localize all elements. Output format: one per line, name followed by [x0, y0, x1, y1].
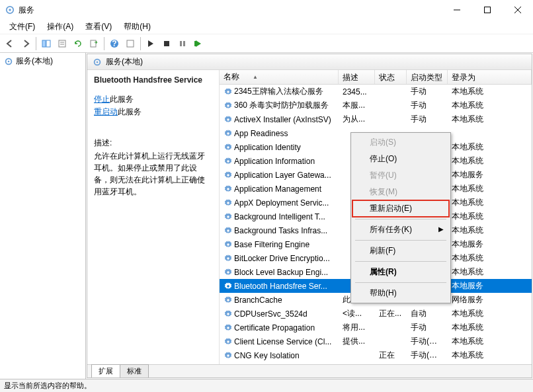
- ctx-refresh[interactable]: 刷新(F): [352, 243, 449, 259]
- service-row[interactable]: 360 杀毒实时防护加载服务本服...手动本地系统: [220, 98, 532, 112]
- ctx-separator: [355, 261, 446, 262]
- cell-name: Client License Service (Cl...: [220, 337, 339, 346]
- tab-extended[interactable]: 扩展: [91, 364, 120, 377]
- ctx-resume[interactable]: 恢复(M): [352, 184, 449, 200]
- show-hide-tree-button[interactable]: [39, 36, 54, 51]
- ctx-pause[interactable]: 暂停(U): [352, 167, 449, 184]
- ctx-restart[interactable]: 重新启动(E): [352, 200, 449, 217]
- properties-button[interactable]: [55, 36, 69, 51]
- ctx-separator: [355, 240, 446, 241]
- ctx-properties[interactable]: 属性(R): [352, 264, 449, 280]
- cell-name: BranchCache: [220, 295, 339, 305]
- help-button[interactable]: ?: [107, 36, 122, 51]
- cell-desc: <读...: [339, 308, 375, 319]
- svg-point-25: [227, 118, 229, 120]
- cell-name: Background Intelligent T...: [220, 212, 339, 221]
- export-button[interactable]: [87, 36, 101, 51]
- stop-service-link[interactable]: 停止: [94, 95, 110, 104]
- restart-service-link[interactable]: 重启动: [94, 107, 118, 116]
- service-name-text: ActiveX Installer (AxInstSV): [234, 115, 331, 124]
- cell-logon: 本地系统: [448, 155, 532, 167]
- maximize-button[interactable]: [472, 0, 503, 20]
- refresh-button[interactable]: [71, 36, 85, 51]
- svg-point-23: [227, 90, 229, 93]
- tree-item-services-local[interactable]: 服务(本地): [0, 53, 85, 69]
- ctx-stop[interactable]: 停止(O): [352, 151, 449, 167]
- svg-rect-17: [183, 41, 185, 46]
- cell-name: Application Identity: [220, 143, 339, 152]
- svg-rect-7: [46, 40, 50, 47]
- service-row[interactable]: CNG Key Isolation正在手动(触发本地系统: [220, 348, 532, 362]
- ctx-start[interactable]: 启动(S): [352, 134, 449, 151]
- col-startup-type[interactable]: 启动类型: [407, 70, 448, 84]
- ctx-separator: [355, 282, 446, 283]
- col-logon-as[interactable]: 登录为: [448, 70, 532, 84]
- start-service-button[interactable]: [144, 36, 158, 51]
- cell-logon: 本地系统: [448, 211, 532, 222]
- title-bar: 服务: [0, 0, 533, 20]
- close-button[interactable]: [503, 0, 533, 20]
- menu-file[interactable]: 文件(F): [4, 20, 40, 34]
- service-name-text: 2345王牌输入法核心服务: [234, 86, 323, 97]
- cell-desc: 本服...: [339, 100, 375, 111]
- service-name-text: Application Layer Gatewa...: [234, 171, 331, 180]
- svg-point-40: [227, 326, 229, 329]
- menu-view[interactable]: 查看(V): [80, 20, 117, 34]
- service-row[interactable]: Certificate Propagation将用...手动本地系统: [220, 321, 532, 334]
- restart-service-button[interactable]: [191, 36, 206, 51]
- stop-service-button[interactable]: [159, 36, 174, 51]
- description-label: 描述:: [94, 137, 212, 149]
- tabs-bar: 扩展 标准: [87, 364, 532, 377]
- service-row[interactable]: Client License Service (Cl...提供...手动(触发.…: [220, 334, 532, 348]
- toolbar-button[interactable]: [123, 36, 138, 51]
- cell-name: Application Layer Gatewa...: [220, 171, 339, 180]
- svg-rect-6: [42, 40, 46, 47]
- svg-point-26: [227, 132, 229, 134]
- back-button[interactable]: [3, 36, 17, 51]
- cell-logon: 本地服务: [448, 239, 532, 250]
- minimize-button[interactable]: [442, 0, 472, 20]
- cell-logon: 本地系统: [448, 100, 532, 111]
- cell-logon: 本地系统: [448, 183, 532, 194]
- service-row[interactable]: ActiveX Installer (AxInstSV)为从...手动本地系统: [220, 112, 532, 126]
- right-pane: 服务(本地) Bluetooth Handsfree Service 停止此服务…: [87, 54, 532, 378]
- tab-standard[interactable]: 标准: [120, 364, 149, 377]
- service-name-text: CDPUserSvc_3524d: [234, 309, 308, 319]
- svg-rect-16: [180, 41, 182, 46]
- description-text: 允许在此计算机上运行无线蓝牙耳机。如果停止或禁用了此设备，则无法在此计算机上正确…: [94, 150, 212, 198]
- svg-point-27: [227, 145, 229, 148]
- cell-name: Bluetooth Handsfree Ser...: [220, 282, 339, 291]
- svg-point-20: [8, 60, 10, 62]
- col-status[interactable]: 状态: [375, 70, 407, 84]
- right-content: Bluetooth Handsfree Service 停止此服务 重启动此服务…: [87, 70, 532, 364]
- app-icon: [5, 5, 15, 15]
- menu-help[interactable]: 帮助(H): [118, 20, 156, 34]
- svg-point-1: [9, 9, 11, 11]
- pause-service-button[interactable]: [175, 36, 190, 51]
- forward-button[interactable]: [19, 36, 33, 51]
- col-description[interactable]: 描述: [339, 70, 375, 84]
- service-name-text: Application Management: [234, 184, 321, 194]
- cell-logon: 本地服务: [448, 280, 532, 292]
- right-pane-header: 服务(本地): [87, 54, 532, 70]
- col-name[interactable]: 名称▲: [220, 70, 339, 84]
- cell-name: ActiveX Installer (AxInstSV): [220, 115, 339, 124]
- menu-action[interactable]: 操作(A): [42, 20, 79, 34]
- restart-service-line: 重启动此服务: [94, 106, 212, 118]
- svg-text:?: ?: [112, 39, 116, 48]
- cell-logon: 本地系统: [448, 253, 532, 264]
- service-row[interactable]: 2345王牌输入法核心服务2345...手动本地系统: [220, 85, 532, 98]
- service-name-text: Block Level Backup Engi...: [234, 268, 328, 277]
- service-row[interactable]: CDPUserSvc_3524d<读...正在...自动本地系统: [220, 307, 532, 321]
- service-name-text: Client License Service (Cl...: [234, 337, 331, 346]
- svg-point-34: [227, 243, 229, 245]
- stop-service-line: 停止此服务: [94, 94, 212, 105]
- service-name-text: Background Tasks Infras...: [234, 226, 327, 235]
- toolbar-separator: [140, 37, 141, 50]
- service-name-text: Certificate Propagation: [234, 323, 315, 333]
- cell-name: CNG Key Isolation: [220, 351, 339, 360]
- ctx-help[interactable]: 帮助(H): [352, 285, 449, 301]
- sort-asc-icon: ▲: [253, 74, 258, 80]
- cell-startup: 手动: [407, 100, 448, 111]
- ctx-all-tasks[interactable]: 所有任务(K)▶: [352, 221, 449, 238]
